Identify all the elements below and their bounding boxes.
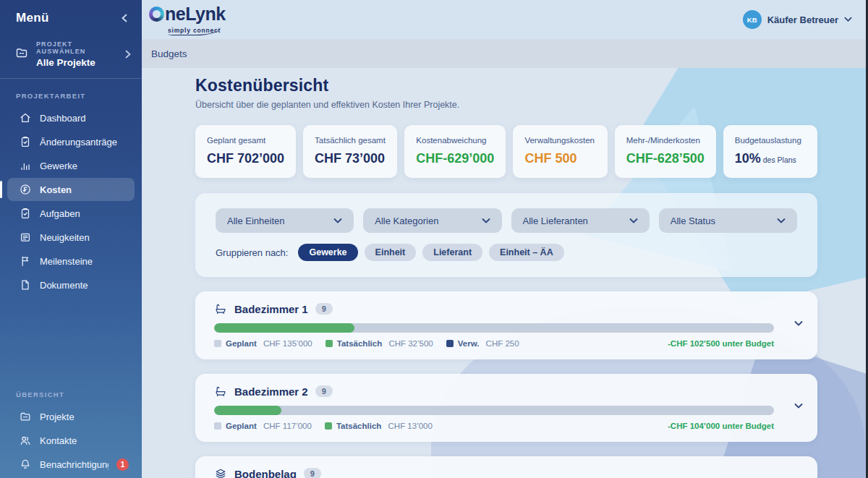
sidebar-item-label: Gewerke [40,161,129,171]
legend-swatch [214,422,221,430]
sidebar-header: Menü [0,0,142,36]
filter-panel: Alle EinheitenAlle KategorienAlle Liefer… [195,193,817,277]
sidebar-section-label: ÜBERSICHT [0,379,142,404]
sidebar-item-neuigkeiten[interactable]: Neuigkeiten [7,226,135,249]
sidebar-item-label: Dashboard [40,113,129,124]
legend-swatch [214,340,221,347]
sidebar-item-label: Kontakte [40,435,129,446]
document-icon [19,278,32,291]
legend-label: Geplant [226,422,257,430]
legend-swatch [446,340,454,347]
group-count-badge: 9 [315,385,333,397]
sidebar-section-projektarbeit: PROJEKTARBEITDashboardÄnderungsanträgeGe… [0,80,142,297]
legend-row: Geplant CHF 135’000Tatsächlich CHF 32’50… [214,339,774,348]
sidebar-item-dokumente[interactable]: Dokumente [7,273,135,296]
filter-dropdown-alle-einheiten[interactable]: Alle Einheiten [216,208,354,233]
kpi-card-verwaltungskosten: VerwaltungskostenCHF 500 [513,125,607,178]
chevron-down-icon [482,218,490,224]
legend-label: Geplant [226,339,257,348]
legend-row: Geplant CHF 117’000Tatsächlich CHF 13’00… [214,422,774,430]
kpi-card-kostenabweichung: KostenabweichungCHF-629’000 [404,125,506,178]
under-budget-delta: -CHF 102’500 unter Budget [668,339,774,348]
sidebar-item-dashboard[interactable]: Dashboard [7,106,135,129]
legend-swatch [326,340,333,347]
dropdown-selected-value: Alle Kategorien [375,215,438,226]
chevron-down-icon[interactable] [794,320,803,327]
sidebar-item-label: Kosten [40,184,129,195]
kpi-card-mehr-minderkosten: Mehr-/MinderkostenCHF-628’500 [615,125,716,178]
group-pill-lieferant[interactable]: Lieferant [422,244,482,261]
legend-tatsachlich: Tatsächlich CHF 13’000 [325,422,433,430]
sidebar-item-benachrichtigungen[interactable]: Benachrichtigungen1 [7,453,135,476]
budget-progress-fill [214,323,354,333]
home-icon [19,111,32,124]
page-title: Kostenübersicht [195,76,817,95]
kpi-value: CHF 702’000 [207,151,284,166]
chart-bars-icon [19,159,32,172]
sidebar-item-anderungsantrage[interactable]: Änderungsanträge [7,130,135,153]
kpi-label: Geplant gesamt [207,136,284,145]
user-menu[interactable]: KB Käufer Betreuer [743,10,852,29]
kpi-value: CHF-629’000 [416,151,494,166]
sidebar-item-meilensteine[interactable]: Meilensteine [7,249,135,273]
sidebar-item-kontakte[interactable]: Kontakte [7,429,135,452]
chevron-down-icon[interactable] [794,403,803,409]
kpi-card-budgetauslastung: Budgetauslastung10%des Plans [723,125,817,178]
filter-dropdown-alle-lieferanten[interactable]: Alle Lieferanten [511,208,650,233]
app-logo: neLynk simply connect [149,4,226,36]
sidebar-item-projekte[interactable]: Projekte [7,405,135,428]
legend-label: Tatsächlich [337,339,382,348]
kpi-label: Tatsächlich gesamt [315,136,386,145]
sidebar-item-label: Aufgaben [40,208,129,219]
group-by-pills: GewerkeEinheitLieferantEinheit – ÄA [298,244,563,261]
legend-value: CHF 32’500 [386,339,433,348]
sidebar-item-aufgaben[interactable]: Aufgaben [7,202,135,225]
kpi-value: CHF-628’500 [626,151,705,166]
menu-title: Menü [16,11,49,25]
group-pill-gewerke[interactable]: Gewerke [298,244,357,261]
project-selector-value: Alle Projekte [36,57,117,68]
group-pill-einheit-aa[interactable]: Einheit – ÄA [489,244,564,261]
filter-dropdown-alle-status[interactable]: Alle Status [659,208,797,233]
user-name: Käufer Betreuer [767,14,838,25]
project-selector-text: PROJEKT AUSWÄHLEN Alle Projekte [36,40,117,68]
chevron-left-icon[interactable] [120,14,129,22]
sidebar-item-label: Meilensteine [40,256,129,267]
project-selector[interactable]: PROJEKT AUSWÄHLEN Alle Projekte [0,36,142,79]
sidebar-item-label: Projekte [40,411,129,422]
group-card-header[interactable]: Badezimmer 19 [214,302,799,315]
breadcrumb-item-budgets[interactable]: Budgets [151,48,187,59]
group-pill-einheit[interactable]: Einheit [365,244,417,261]
logo-wordmark: neLynk [165,5,226,23]
chevron-down-icon [844,17,852,22]
group-count-badge: 9 [315,303,333,315]
filter-dropdown-alle-kategorien[interactable]: Alle Kategorien [363,208,501,233]
budget-progress-bar [214,323,774,333]
group-card-header[interactable]: Badezimmer 29 [214,385,799,398]
legend-value: CHF 250 [483,339,519,348]
kpi-label: Kostenabweichung [416,136,494,145]
group-card-header[interactable]: Bodenbelag9 [214,467,799,478]
dropdown-selected-value: Alle Einheiten [227,215,285,226]
legend-value: CHF 135’000 [261,339,312,348]
filter-dropdowns: Alle EinheitenAlle KategorienAlle Liefer… [216,208,797,233]
group-title: Badezimmer 2 [234,385,308,398]
sidebar-item-kosten[interactable]: Kosten [7,178,135,201]
group-title: Bodenbelag [234,468,297,478]
sidebar-item-gewerke[interactable]: Gewerke [7,154,135,177]
legend-geplant: Geplant CHF 117’000 [214,422,312,430]
flag-icon [19,255,32,268]
chevron-down-icon [333,218,342,224]
dropdown-selected-value: Alle Lieferanten [523,215,588,226]
avatar: KB [743,10,762,29]
kpi-label: Verwaltungskosten [524,136,595,145]
page-subtitle: Übersicht über die geplanten und effekti… [195,100,817,110]
legend-geplant: Geplant CHF 135’000 [214,339,312,348]
franc-coin-icon [19,183,32,196]
kpi-value-suffix: des Plans [763,155,796,164]
legend-label: Tatsächlich [336,422,381,430]
group-list: Badezimmer 19Geplant CHF 135’000Tatsächl… [195,291,817,478]
group-count-badge: 9 [304,468,321,478]
notification-badge: 1 [116,458,129,471]
chevron-down-icon [629,218,638,224]
